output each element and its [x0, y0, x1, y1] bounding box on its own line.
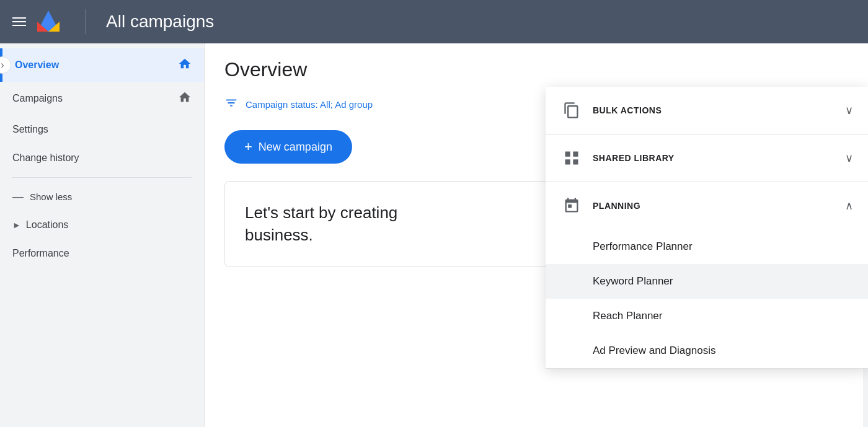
dropdown-section-shared-library: SHARED LIBRARY ∨ [546, 134, 868, 182]
shared-library-header[interactable]: SHARED LIBRARY ∨ [546, 134, 868, 182]
bulk-actions-icon [560, 99, 583, 121]
planning-header[interactable]: PLANNING ∧ [546, 182, 868, 229]
minus-icon: — [12, 190, 24, 203]
performance-planner-item[interactable]: Performance Planner [546, 229, 868, 264]
keyword-planner-item[interactable]: Keyword Planner [546, 264, 868, 299]
planning-icon [560, 195, 583, 217]
ad-preview-item[interactable]: Ad Preview and Diagnosis [546, 333, 868, 368]
sidebar-item-campaigns[interactable]: Campaigns [0, 82, 204, 115]
sidebar-divider [12, 177, 192, 178]
sidebar-item-locations[interactable]: ► Locations [0, 211, 204, 239]
sidebar-item-performance[interactable]: Performance [0, 239, 204, 268]
shared-library-label: SHARED LIBRARY [593, 153, 835, 163]
show-less-button[interactable]: — Show less [0, 183, 204, 211]
dropdown-section-bulk-actions: BULK ACTIONS ∨ [546, 87, 868, 134]
bulk-actions-header[interactable]: BULK ACTIONS ∨ [546, 87, 868, 134]
planning-chevron: ∧ [845, 199, 853, 213]
collapse-button[interactable]: › [0, 56, 11, 74]
content-title: Overview [224, 58, 848, 81]
plus-icon: + [244, 139, 252, 155]
bulk-actions-label: BULK ACTIONS [593, 105, 835, 115]
bulk-actions-chevron: ∨ [845, 103, 853, 117]
shared-library-chevron: ∨ [845, 151, 853, 165]
dropdown-panel: BULK ACTIONS ∨ SHARED LIBRARY ∨ [546, 87, 868, 369]
reach-planner-item[interactable]: Reach Planner [546, 299, 868, 333]
dropdown-section-planning: PLANNING ∧ Performance Planner Keyword P… [546, 182, 868, 369]
menu-button[interactable] [12, 17, 26, 26]
sidebar: Overview › Campaigns Settings Change his… [0, 43, 205, 427]
locations-arrow-icon: ► [12, 220, 21, 230]
planning-label: PLANNING [593, 201, 835, 211]
header: All campaigns [0, 0, 868, 43]
page-header-title: All campaigns [106, 12, 214, 32]
new-campaign-button[interactable]: + New campaign [224, 130, 352, 164]
campaigns-home-icon [178, 90, 192, 107]
home-icon [178, 57, 192, 73]
shared-library-icon [560, 147, 583, 169]
filter-text: Campaign status: All; Ad group [246, 99, 373, 110]
sidebar-item-change-history[interactable]: Change history [0, 144, 204, 172]
sidebar-item-overview[interactable]: Overview › [0, 48, 204, 82]
header-divider [86, 9, 86, 34]
main-layout: Overview › Campaigns Settings Change his… [0, 43, 868, 427]
sidebar-item-settings[interactable]: Settings [0, 115, 204, 144]
app-logo [36, 9, 61, 34]
filter-icon [224, 96, 238, 113]
planning-items: Performance Planner Keyword Planner Reac… [546, 229, 868, 368]
